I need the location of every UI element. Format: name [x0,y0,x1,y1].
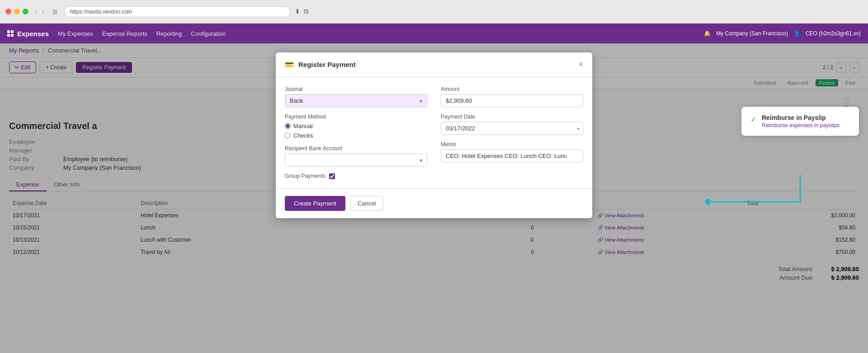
journal-group: Journal Bank ▾ [285,86,427,107]
modal-close-button[interactable]: × [578,60,583,69]
page-wrapper: My Reports / Commercial Travel... ✏ Edit… [0,43,868,353]
browser-actions: ⬇ ⧉ [295,8,308,15]
tooltip-subtitle: Reimburse expenses in payslips [762,122,840,129]
app-logo: Expenses [7,30,49,38]
sidebar-toggle[interactable]: ⊞ [51,7,60,16]
back-button[interactable]: ‹ [33,7,39,16]
radio-manual[interactable]: Manual [285,123,427,129]
amount-group: Amount [441,86,583,107]
nav-reporting[interactable]: Reporting [156,30,182,37]
recipient-bank-wrapper: ▾ [285,153,427,167]
nav-configuration[interactable]: Configuration [191,30,226,37]
window-icon: ⧉ [304,8,308,15]
create-payment-button[interactable]: Create Payment [285,196,345,211]
user-name: CEO (h2m2s3gn61.xv) [806,30,861,37]
nav-my-expenses[interactable]: My Expenses [58,30,93,37]
payment-date-group: Payment Date ▾ [441,114,583,135]
tooltip-title: Reimburse in Payslip [762,114,840,121]
minimize-traffic-light[interactable] [14,9,20,14]
form-grid: Journal Bank ▾ Payment Method [285,86,583,179]
company-name: My Company (San Francisco) [716,30,788,37]
radio-checks-input[interactable] [285,133,291,138]
payment-method-radio-group: Manual Checks [285,123,427,139]
form-left: Journal Bank ▾ Payment Method [285,86,427,179]
amount-label: Amount [441,86,583,92]
memo-label: Memo [441,141,583,148]
group-payments-row: Group Payments [285,173,427,179]
memo-group: Memo [441,141,583,162]
group-payments-checkbox[interactable] [329,173,335,179]
fullscreen-traffic-light[interactable] [23,9,28,14]
amount-input[interactable] [441,94,583,107]
recipient-bank-select[interactable] [285,153,427,167]
tooltip-card: ✓ Reimburse in Payslip Reimburse expense… [741,107,859,136]
form-right: Amount Payment Date ▾ Memo [441,86,583,179]
arrow-indicator [705,170,805,208]
tooltip-text: Reimburse in Payslip Reimburse expenses … [762,114,840,129]
memo-input[interactable] [441,149,583,162]
close-traffic-light[interactable] [5,9,11,14]
radio-manual-input[interactable] [285,123,291,129]
browser-chrome: ‹ › ⊞ https://navita.vendoo.com ⬇ ⧉ [0,0,868,24]
journal-select[interactable]: Bank [285,94,427,107]
cancel-button[interactable]: Cancel [350,196,383,211]
address-bar[interactable]: https://navita.vendoo.com [64,6,290,17]
modal-title: Register Payment [298,61,356,68]
nav-expense-reports[interactable]: Expense Reports [102,30,147,37]
payment-date-label: Payment Date [441,114,583,120]
journal-label: Journal [285,86,427,92]
check-icon: ✓ [750,115,756,124]
forward-button[interactable]: › [41,7,47,16]
app-header: Expenses My Expenses Expense Reports Rep… [0,24,868,43]
date-dropdown-icon: ▾ [577,126,580,131]
radio-checks[interactable]: Checks [285,132,427,139]
header-right: 🔔 My Company (San Francisco) 👤 CEO (h2m2… [704,30,861,37]
payment-date-input[interactable] [441,122,583,135]
traffic-lights [5,9,28,14]
recipient-bank-label: Recipient Bank Account [285,145,427,152]
app-nav: My Expenses Expense Reports Reporting Co… [58,30,226,37]
modal-icon: 💳 [285,60,294,69]
app-title: Expenses [17,30,49,38]
recipient-bank-group: Recipient Bank Account ▾ [285,145,427,167]
payment-method-label: Payment Method [285,114,427,120]
modal-header: 💳 Register Payment × [276,52,592,77]
radio-manual-label: Manual [293,123,313,129]
notification-icon[interactable]: 🔔 [704,30,711,37]
user-avatar: 👤 [793,30,800,37]
group-payments-label: Group Payments [285,173,326,179]
modal-body: Journal Bank ▾ Payment Method [276,77,592,188]
download-icon: ⬇ [295,8,300,15]
register-payment-modal: 💳 Register Payment × Journal Bank ▾ [276,52,592,218]
radio-checks-label: Checks [293,132,313,139]
modal-footer: Create Payment Cancel [276,188,592,218]
journal-select-wrapper: Bank ▾ [285,94,427,107]
grid-icon [7,30,14,37]
payment-method-group: Payment Method Manual Checks [285,114,427,139]
payment-date-wrapper: ▾ [441,122,583,135]
browser-nav: ‹ › [33,7,46,16]
